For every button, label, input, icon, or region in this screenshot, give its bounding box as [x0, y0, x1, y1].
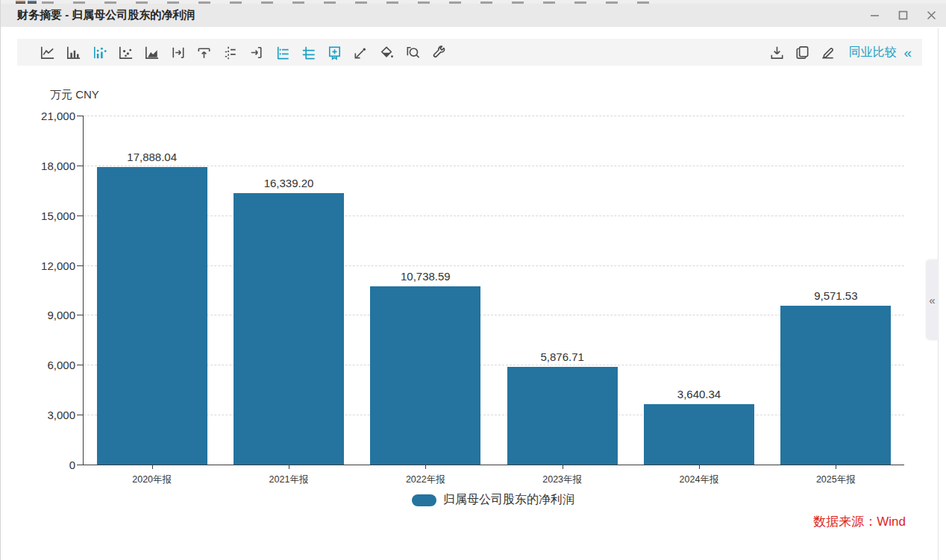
y-tick-label: 21,000	[16, 110, 75, 122]
bar[interactable]	[644, 404, 754, 465]
y-axis-tick	[77, 265, 84, 266]
x-axis-tick	[836, 465, 836, 469]
data-source-note: 数据来源：Wind	[813, 513, 906, 530]
bar[interactable]	[97, 167, 207, 465]
y-tick-label: 6,000	[16, 359, 75, 371]
axis-shift-right-icon[interactable]	[169, 43, 187, 61]
y-tick-label: 18,000	[16, 159, 75, 172]
labels-both-icon[interactable]	[299, 43, 317, 61]
toolbar-actions: 同业比较 «	[768, 43, 912, 61]
y-axis-tick	[77, 465, 84, 465]
legend-swatch	[412, 494, 436, 506]
edit-icon[interactable]	[818, 43, 836, 61]
y-axis-tick	[77, 365, 84, 365]
legend-label: 归属母公司股东的净利润	[443, 492, 574, 508]
y-axis-tick	[77, 315, 84, 315]
x-tick-label: 2025年报	[816, 474, 856, 486]
y-tick-label: 0	[16, 459, 75, 471]
bar[interactable]	[507, 367, 618, 465]
x-tick-label: 2021年报	[269, 474, 309, 486]
bar-value-label: 16,339.20	[264, 177, 314, 189]
x-tick-label: 2022年报	[406, 474, 445, 486]
y-axis-tick	[77, 415, 84, 415]
chevrons-left-icon: «	[929, 294, 935, 306]
chart-toolbar: 同业比较 «	[17, 39, 922, 66]
zoom-area-icon[interactable]	[404, 43, 422, 61]
axis-shift-up-icon[interactable]	[195, 43, 213, 61]
fill-style-icon[interactable]	[378, 43, 395, 61]
bar-value-label: 10,738.59	[401, 270, 451, 283]
app-window: 财务摘要 - 归属母公司股东的净利润	[0, 0, 946, 560]
x-tick-label: 2023年报	[542, 474, 582, 486]
scatter-chart-icon[interactable]	[116, 43, 134, 61]
y-tick-label: 3,000	[16, 409, 75, 421]
bar-value-label: 17,888.04	[127, 151, 177, 163]
expand-side-panel-tab[interactable]: «	[926, 259, 939, 340]
x-axis-tick	[289, 465, 289, 469]
titlebar: 财务摘要 - 归属母公司股东的净利润	[1, 4, 946, 27]
secondary-axis-icon[interactable]	[247, 43, 265, 61]
download-icon[interactable]	[768, 43, 786, 61]
maximize-icon[interactable]	[897, 10, 909, 22]
bar[interactable]	[234, 193, 344, 465]
bar-value-label: 9,571.53	[814, 289, 857, 302]
bar[interactable]	[780, 306, 891, 465]
bar-value-label: 5,876.71	[540, 350, 583, 363]
plot-area: 03,0006,0009,00012,00015,00018,00021,000…	[83, 116, 904, 465]
gridline	[84, 166, 904, 166]
chart-legend: 归属母公司股东的净利润	[83, 492, 903, 508]
area-chart-icon[interactable]	[142, 43, 160, 61]
bar-chart-icon[interactable]	[64, 43, 82, 61]
gridline	[84, 116, 904, 116]
y-tick-label: 15,000	[16, 209, 75, 221]
x-tick-label: 2020年报	[132, 474, 172, 486]
bar-value-label: 3,640.34	[677, 388, 721, 400]
y-tick-label: 12,000	[16, 259, 75, 271]
x-axis-tick	[425, 465, 426, 469]
chart-settings-icon[interactable]	[430, 43, 448, 61]
x-axis-tick	[563, 465, 563, 469]
labels-left-icon[interactable]	[273, 43, 291, 61]
axis-style-icon[interactable]	[221, 43, 239, 61]
x-tick-label: 2024年报	[680, 474, 719, 486]
minimize-icon[interactable]	[868, 10, 880, 22]
collapse-panel-icon[interactable]: «	[903, 45, 912, 60]
legend-item[interactable]: 归属母公司股东的净利润	[412, 492, 574, 508]
y-tick-label: 9,000	[16, 309, 75, 321]
close-icon[interactable]	[925, 10, 937, 22]
line-chart-icon[interactable]	[38, 43, 56, 61]
y-axis-tick	[77, 116, 84, 116]
window-controls	[868, 4, 937, 27]
window-title: 财务摘要 - 归属母公司股东的净利润	[17, 8, 195, 22]
trendline-icon[interactable]	[351, 43, 369, 61]
data-flag-icon[interactable]	[325, 43, 343, 61]
y-axis-unit-label: 万元 CNY	[50, 88, 99, 102]
x-axis-tick	[699, 465, 700, 469]
bar-label-chart-icon[interactable]	[90, 43, 108, 61]
x-axis-tick	[152, 465, 153, 469]
y-axis-tick	[77, 166, 84, 166]
chart-type-icons	[38, 43, 448, 61]
peer-compare-link[interactable]: 同业比较	[848, 45, 896, 60]
bar[interactable]	[370, 286, 480, 465]
y-axis-tick	[77, 215, 84, 216]
copy-icon[interactable]	[793, 43, 811, 61]
